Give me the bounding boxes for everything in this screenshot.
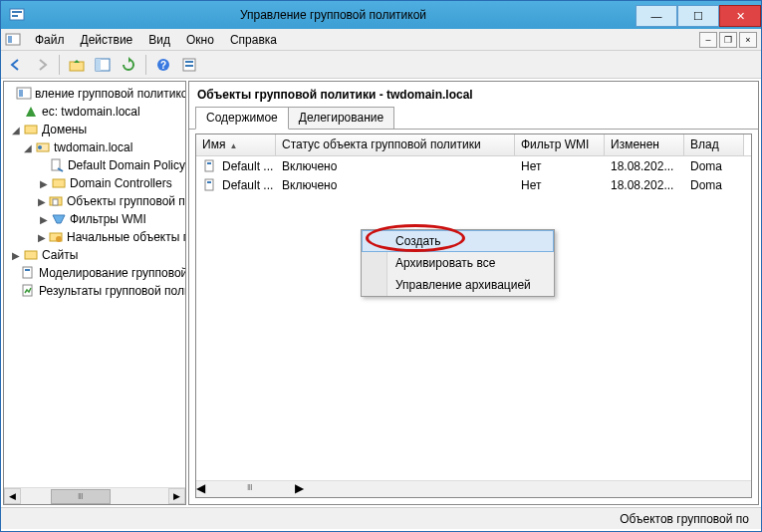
grid-hscrollbar[interactable]: ◀ Ⅲ ▶ [196,480,751,497]
properties-button[interactable] [178,54,200,76]
svg-rect-29 [207,162,211,164]
pane-title: Объекты групповой политики - twdomain.lo… [189,82,758,106]
tree-pane: ▶ вление групповой политикой ▶ ес: twdom… [3,81,186,505]
toolbar: ? [1,51,761,79]
back-button[interactable] [5,54,27,76]
tree-twdomain[interactable]: ◢ twdomain.local [4,138,185,156]
tree-forest[interactable]: ▶ ес: twdomain.local [4,103,185,121]
svg-point-23 [56,236,62,242]
svg-rect-11 [185,61,193,63]
menu-action[interactable]: Действие [73,31,141,49]
tree-label: Сайты [42,248,78,262]
svg-rect-7 [96,59,101,71]
mdi-close-button[interactable]: × [739,32,757,48]
svg-rect-14 [19,90,23,97]
tree-label: Фильтры WMI [70,212,146,226]
tree-label: Результаты групповой политики [39,284,186,298]
ctx-create[interactable]: Создать [362,230,554,252]
tree-default-policy[interactable]: ▶ Default Domain Policy [4,156,185,174]
svg-rect-26 [25,269,30,271]
tree-domain-controllers[interactable]: ▶ Domain Controllers [4,174,185,192]
svg-rect-4 [8,36,12,43]
tree-modeling[interactable]: ▶ Моделирование групповой пол [4,264,185,282]
svg-rect-2 [12,15,18,17]
menu-view[interactable]: Вид [140,31,178,49]
tree-starter-gpo[interactable]: ▶ Начальные объекты гру [4,228,185,246]
col-name[interactable]: Имя▲ [196,134,276,155]
tree-sites[interactable]: ▶ Сайты [4,246,185,264]
col-wmi[interactable]: Фильтр WMI [515,134,605,155]
col-owner[interactable]: Влад [684,134,744,155]
tree-label: Моделирование групповой пол [39,266,186,280]
close-button[interactable]: ✕ [719,5,761,27]
tree-domains[interactable]: ◢ Домены [4,121,185,138]
help-button[interactable]: ? [152,54,174,76]
gpo-folder-icon [48,193,64,209]
refresh-button[interactable] [118,54,139,76]
modeling-icon [20,265,36,281]
ou-icon [51,175,67,191]
tree-label: twdomain.local [54,140,132,154]
gpo-grid: Имя▲ Статус объекта групповой политики Ф… [195,133,752,498]
app-icon [9,7,25,23]
menu-file[interactable]: Файл [27,31,73,49]
show-tree-button[interactable] [92,54,114,76]
gpo-icon [202,177,218,193]
scroll-left-icon[interactable]: ◀ [4,488,21,504]
ctx-archive-all[interactable]: Архивировать все [362,252,554,274]
ctx-manage-archive[interactable]: Управление архивацией [362,274,554,296]
gpo-link-icon [49,157,65,173]
tree-root[interactable]: ▶ вление групповой политикой [4,85,185,103]
svg-rect-21 [53,199,58,205]
scroll-right-icon[interactable]: ▶ [168,488,185,504]
forest-icon [23,104,39,120]
tree-label: Домены [42,123,87,136]
grid-row[interactable]: Default ... Включено Нет 18.08.202... Do… [196,175,751,194]
statusbar: Объектов групповой по [1,507,761,529]
domain-icon [35,139,51,155]
scroll-left-icon[interactable]: ◀ [196,481,205,497]
tree-wmi-filters[interactable]: ▶ Фильтры WMI [4,210,185,228]
scroll-right-icon[interactable]: ▶ [295,481,304,497]
titlebar: Управление групповой политикой — ☐ ✕ [1,1,761,29]
gpo-icon [202,158,218,174]
menu-help[interactable]: Справка [222,31,285,49]
svg-rect-31 [207,181,211,183]
svg-rect-25 [23,267,32,278]
tree-label: ес: twdomain.local [42,105,140,119]
maximize-button[interactable]: ☐ [677,5,719,27]
window-title: Управление групповой политикой [31,8,635,22]
menubar: Файл Действие Вид Окно Справка – ❐ × [1,29,761,51]
tree-label: вление групповой политикой [35,87,186,101]
details-pane: Объекты групповой политики - twdomain.lo… [188,81,759,505]
col-status[interactable]: Статус объекта групповой политики [276,134,515,155]
tree-gpo-container[interactable]: ▶ Объекты групповой пол [4,192,185,210]
domains-icon [23,122,39,137]
tree-results[interactable]: ▶ Результаты групповой политики [4,282,185,300]
forward-button[interactable] [31,54,53,76]
status-text: Объектов групповой по [620,512,749,526]
mmc-root-icon [16,86,32,102]
tree-hscrollbar[interactable]: ◀ Ⅲ ▶ [4,487,185,504]
svg-rect-0 [10,9,24,20]
tree-label: Начальные объекты гру [67,230,186,244]
up-folder-button[interactable] [66,54,88,76]
tree-label: Domain Controllers [70,176,172,190]
svg-text:?: ? [160,60,166,71]
svg-rect-15 [25,126,37,133]
menu-window[interactable]: Окно [178,31,222,49]
tab-delegation[interactable]: Делегирование [288,107,394,130]
tree-label: Объекты групповой пол [67,194,186,208]
svg-rect-5 [70,62,84,71]
minimize-button[interactable]: — [635,5,677,27]
tab-strip: Содержимое Делегирование [189,106,758,130]
grid-row[interactable]: Default ... Включено Нет 18.08.202... Do… [196,156,751,175]
col-modified[interactable]: Изменен [605,134,684,155]
svg-point-17 [38,145,42,149]
tab-content[interactable]: Содержимое [195,107,289,130]
tree-label: Default Domain Policy [68,158,185,172]
mdi-restore-button[interactable]: ❐ [719,32,737,48]
grid-header: Имя▲ Статус объекта групповой политики Ф… [196,134,751,156]
starter-gpo-icon [48,229,64,245]
mdi-minimize-button[interactable]: – [699,32,717,48]
